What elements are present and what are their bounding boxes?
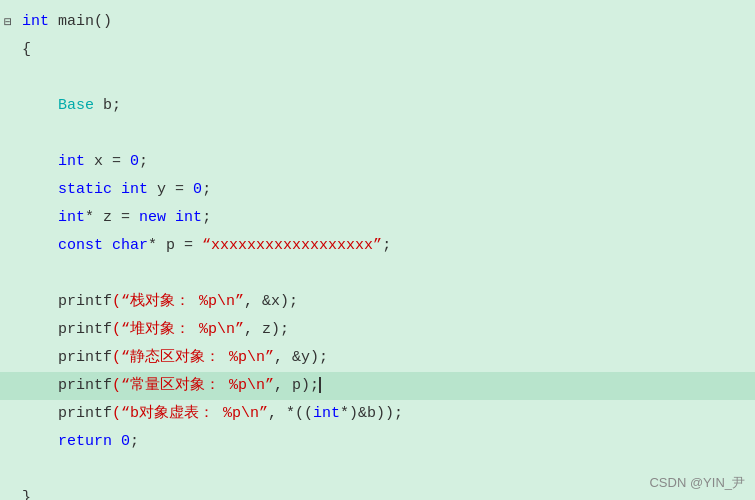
code-content-3 (18, 65, 31, 91)
code-line-3 (0, 64, 755, 92)
code-token: &y (292, 349, 310, 366)
code-token: int (22, 13, 49, 30)
code-token (22, 153, 58, 170)
code-line-1: ⊟int main() (0, 8, 755, 36)
code-token: z (262, 321, 271, 338)
code-line-12: printf(“堆对象： %p\n”, z); (0, 316, 755, 344)
code-line-14: printf(“常量区对象： %p\n”, p); (0, 372, 755, 400)
watermark: CSDN @YIN_尹 (649, 474, 745, 492)
code-token: ; (202, 209, 211, 226)
code-token: ); (310, 349, 328, 366)
code-content-2: { (18, 37, 31, 63)
code-token: static (58, 181, 112, 198)
code-line-10 (0, 260, 755, 288)
code-token: x (85, 153, 112, 170)
code-token: , (244, 321, 262, 338)
code-token: printf (22, 377, 112, 394)
code-token: int (121, 181, 148, 198)
code-content-6: int x = 0; (18, 149, 148, 175)
code-line-4: Base b; (0, 92, 755, 120)
code-content-13: printf(“静态区对象： %p\n”, &y); (18, 345, 328, 371)
code-token: * z (85, 209, 121, 226)
code-content-1: int main() (18, 9, 112, 35)
code-container: ⊟int main(){ Base b; int x = 0; static i… (0, 0, 755, 500)
code-token: p (292, 377, 301, 394)
code-token: &x (262, 293, 280, 310)
code-content-11: printf(“栈对象： %p\n”, &x); (18, 289, 298, 315)
code-line-6: int x = 0; (0, 148, 755, 176)
code-token: ; (130, 433, 139, 450)
code-line-13: printf(“静态区对象： %p\n”, &y); (0, 344, 755, 372)
code-token: { (22, 41, 31, 58)
code-token: const (58, 237, 103, 254)
code-token: (“b对象虚表： %p\n” (112, 405, 268, 422)
code-token: (“堆对象： %p\n” (112, 321, 244, 338)
code-token: , (244, 293, 262, 310)
code-token (121, 153, 130, 170)
code-line-11: printf(“栈对象： %p\n”, &x); (0, 288, 755, 316)
code-token: (“常量区对象： %p\n” (112, 377, 274, 394)
code-token: * p (148, 237, 184, 254)
code-content-15: printf(“b对象虚表： %p\n”, *((int*)&b)); (18, 401, 403, 427)
code-token (184, 181, 193, 198)
code-token: int (58, 153, 85, 170)
code-content-8: int* z = new int; (18, 205, 211, 231)
code-token: ; (202, 181, 211, 198)
code-token: 0 (193, 181, 202, 198)
code-token: ; (139, 153, 148, 170)
code-token: ); (301, 377, 319, 394)
code-token: *)&b)); (340, 405, 403, 422)
code-token: 0 (130, 153, 139, 170)
fold-icon-1[interactable]: ⊟ (4, 14, 12, 30)
code-line-15: printf(“b对象虚表： %p\n”, *((int*)&b)); (0, 400, 755, 428)
code-content-17 (18, 457, 31, 483)
code-token: y (148, 181, 175, 198)
code-token: main (49, 13, 94, 30)
code-token: 0 (121, 433, 130, 450)
code-content-18: } (18, 485, 31, 500)
code-token: printf (22, 321, 112, 338)
code-token: ); (271, 321, 289, 338)
code-content-10 (18, 261, 31, 287)
code-content-9: const char* p = “xxxxxxxxxxxxxxxxxx”; (18, 233, 391, 259)
code-token: int (313, 405, 340, 422)
code-token (112, 433, 121, 450)
code-token: = (121, 209, 130, 226)
code-token: } (22, 489, 31, 500)
code-token (103, 237, 112, 254)
code-line-5 (0, 120, 755, 148)
code-token: , (274, 349, 292, 366)
code-token: new (139, 209, 166, 226)
code-token: “xxxxxxxxxxxxxxxxxx” (193, 237, 382, 254)
code-token (112, 181, 121, 198)
code-line-9: const char* p = “xxxxxxxxxxxxxxxxxx”; (0, 232, 755, 260)
code-token: printf (22, 349, 112, 366)
code-token: return (58, 433, 112, 450)
code-token: int (175, 209, 202, 226)
code-token (166, 209, 175, 226)
code-line-16: return 0; (0, 428, 755, 456)
code-token: int (58, 209, 85, 226)
code-token: = (175, 181, 184, 198)
code-line-7: static int y = 0; (0, 176, 755, 204)
code-content-14: printf(“常量区对象： %p\n”, p); (18, 373, 321, 399)
code-token: () (94, 13, 112, 30)
code-content-7: static int y = 0; (18, 177, 211, 203)
code-token: printf (22, 293, 112, 310)
code-line-18: } (0, 484, 755, 500)
code-token: *(( (286, 405, 313, 422)
code-token: ); (280, 293, 298, 310)
code-token: char (112, 237, 148, 254)
code-token (22, 433, 58, 450)
code-content-5 (18, 121, 31, 147)
code-line-8: int* z = new int; (0, 204, 755, 232)
code-content-16: return 0; (18, 429, 139, 455)
code-token: = (184, 237, 193, 254)
code-token (22, 209, 58, 226)
code-token: Base (22, 97, 94, 114)
code-token (130, 209, 139, 226)
code-token: , (274, 377, 292, 394)
gutter-1: ⊟ (0, 14, 18, 30)
text-cursor (319, 377, 321, 393)
code-token: printf (22, 405, 112, 422)
